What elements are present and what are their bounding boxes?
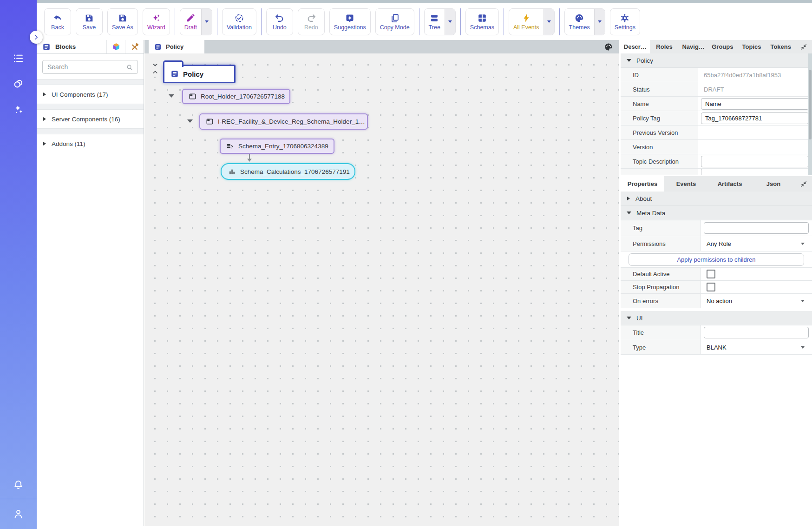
field-row-policy-tag: Policy Tag [621,111,812,126]
id-label: ID [621,68,698,82]
root-holder-collapse-caret[interactable] [169,94,174,98]
section-addons[interactable]: Addons (11) [37,134,144,153]
policy-name-input[interactable] [701,98,809,110]
node-schema-entry[interactable]: Schema_Entry_1706806324389 [220,139,334,154]
node-root-holder[interactable]: Root_Holder_1706726577188 [182,89,290,104]
gear-icon [620,13,630,23]
collapse-panel-icon [800,180,807,188]
inspector-scrollbar[interactable] [808,53,812,175]
all-events-dropdown-toggle[interactable] [544,9,554,35]
wizard-sparkles-icon [151,13,161,23]
tab-navigation[interactable]: Navig… [679,40,708,53]
schemas-button[interactable]: Schemas [465,8,499,35]
on-errors-select[interactable]: No action [701,294,812,308]
policy-canvas[interactable]: Policy Root_Holder_1706726577188 I-REC_F… [144,53,619,526]
node-schema-entry-label: Schema_Entry_1706806324389 [238,143,328,150]
caret-down-icon [627,212,631,214]
tab-artifacts[interactable]: Artifacts [708,176,752,192]
tree-icon [429,13,439,23]
tab-roles[interactable]: Roles [650,40,679,53]
canvas-theme-palette-button[interactable] [604,42,614,52]
section-server-components[interactable]: Server Components (16) [37,110,144,128]
type-select[interactable]: BLANK [701,340,812,354]
tab-policy[interactable]: Policy [149,40,204,53]
ui-section-header[interactable]: UI [621,311,812,325]
copy-icon [390,13,400,23]
copy-mode-button[interactable]: Copy Mode [375,8,414,35]
menu-list-icon[interactable] [12,52,25,65]
themes-label: Themes [569,25,590,31]
title-input[interactable] [704,327,809,338]
redo-button: Redo [298,8,325,35]
wizard-button[interactable]: Wizard [143,8,170,35]
node-schema-calculations[interactable]: Schema_Calculations_1706726577191 [221,163,355,180]
draft-dropdown-toggle[interactable] [201,9,212,35]
bell-icon[interactable] [12,479,25,491]
back-button[interactable]: Back [44,8,71,35]
blocks-panel-title: Blocks [55,43,106,50]
default-active-checkbox[interactable] [707,270,715,278]
collapse-properties-button[interactable] [795,176,812,192]
about-section-header[interactable]: About [621,192,812,206]
toolbar-group-status: Draft [180,8,212,35]
about-section-title: About [635,195,652,202]
collapse-inspector-button[interactable] [795,40,812,53]
section-addons-label: Addons (11) [52,140,85,147]
draft-status-button[interactable]: Draft [180,8,212,35]
tag-input[interactable] [704,222,809,234]
tab-json[interactable]: Json [752,176,795,192]
modules-cube-button[interactable] [106,40,125,53]
tab-description[interactable]: Descr… [621,40,650,53]
expand-sidebar-button[interactable] [30,31,43,44]
validation-button[interactable]: Validation [222,8,256,35]
version-value [698,140,812,154]
settings-button[interactable]: Settings [610,8,640,35]
search-icon [126,64,133,71]
user-icon[interactable] [12,508,25,520]
tree-dropdown-toggle[interactable] [445,9,455,35]
circles-icon[interactable] [12,77,25,90]
tab-tokens[interactable]: Tokens [766,40,795,53]
themes-main[interactable]: Themes [565,9,594,35]
node-schema-holder[interactable]: I-REC_Facility_&_Device_Reg_Schema_Holde… [199,113,368,130]
tab-events[interactable]: Events [664,176,708,192]
tools-button[interactable] [125,40,144,53]
tab-topics[interactable]: Topics [737,40,766,53]
tree-view-main[interactable]: Tree [425,9,445,35]
field-row-topic-description: Topic Description [621,154,812,169]
schema-holder-collapse-caret[interactable] [187,119,193,123]
undo-button[interactable]: Undo [266,8,293,35]
section-ui-components[interactable]: UI Components (17) [37,85,144,104]
suggestions-button[interactable]: Suggestions [329,8,371,35]
permissions-select[interactable]: Any Role [701,236,812,251]
sparkles-icon[interactable] [12,103,25,116]
scrollbar-thumb[interactable] [809,70,812,139]
node-policy-root[interactable]: Policy [163,65,236,83]
themes-button[interactable]: Themes [564,8,605,35]
all-events-main[interactable]: All Events [509,9,544,35]
draft-status-main[interactable]: Draft [180,9,201,35]
tab-properties[interactable]: Properties [621,176,664,192]
chevron-up-icon [152,69,158,75]
topic-description-input[interactable] [701,156,809,167]
policy-tag-input[interactable] [701,112,809,124]
tab-groups[interactable]: Groups [708,40,737,53]
caret-down-icon [627,59,631,62]
collapse-expand-all-button[interactable] [152,62,158,75]
caret-right-icon [43,142,46,145]
meta-data-section-header[interactable]: Meta Data [621,206,812,220]
schemas-grid-icon [477,13,487,23]
save-button[interactable]: Save [76,8,103,35]
save-as-button[interactable]: Save As [107,8,138,35]
previous-version-value [698,126,812,139]
apply-permissions-button[interactable]: Apply permissions to children [629,253,804,266]
search-input[interactable] [42,60,138,74]
partial-input[interactable] [701,169,809,175]
tree-view-button[interactable]: Tree [424,8,456,35]
policy-section-header[interactable]: Policy [621,53,812,68]
blocks-panel: Blocks UI Components (17) Server Compone… [37,40,144,526]
stop-propagation-checkbox[interactable] [707,283,715,291]
themes-dropdown-toggle[interactable] [594,9,605,35]
all-events-button[interactable]: All Events [509,8,555,35]
field-row-on-errors: On errors No action [621,294,812,308]
